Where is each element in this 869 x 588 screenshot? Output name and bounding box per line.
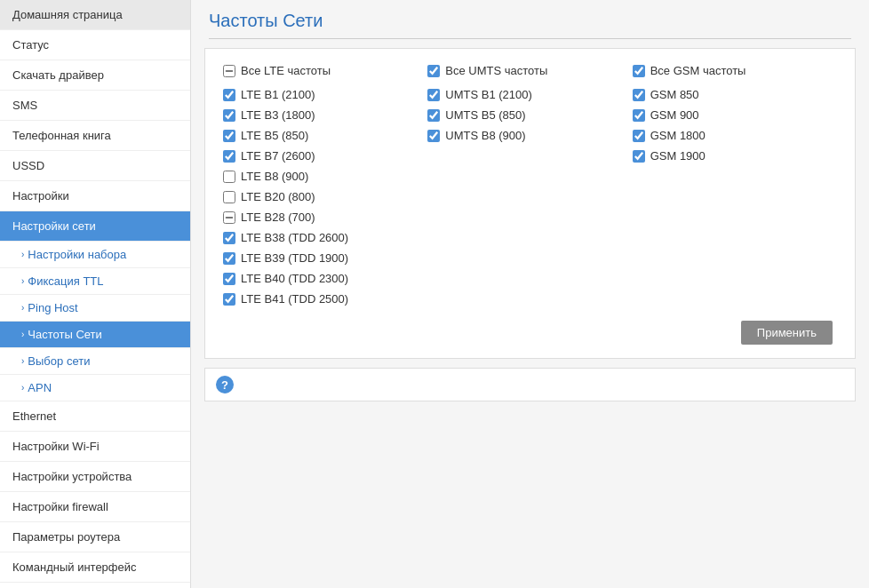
gsm-all-label: Все GSM частоты bbox=[650, 64, 746, 77]
umts-b1-label: UMTS B1 (2100) bbox=[445, 88, 532, 101]
chevron-right-icon: › bbox=[21, 250, 24, 259]
umts-b1-item: UMTS B1 (2100) bbox=[427, 86, 632, 103]
main-content: Частоты Сети Все LTE частоты LTE B1 (210… bbox=[191, 0, 869, 588]
chevron-right-icon: › bbox=[21, 330, 24, 339]
lte-b28-item: LTE B28 (700) bbox=[223, 209, 427, 226]
sidebar-item-cmd-interface[interactable]: Командный интерфейс bbox=[0, 552, 190, 583]
gsm-header-item: Все GSM частоты bbox=[633, 62, 837, 79]
gsm-1900-item: GSM 1900 bbox=[633, 147, 837, 164]
sidebar-item-device-settings[interactable]: Настройки устройства bbox=[0, 462, 190, 492]
lte-b28-checkbox[interactable] bbox=[223, 211, 235, 224]
sidebar-item-firewall[interactable]: Настройки firewall bbox=[0, 492, 190, 522]
chevron-right-icon: › bbox=[21, 356, 24, 366]
lte-b3-item: LTE B3 (1800) bbox=[223, 107, 427, 123]
gsm-1900-label: GSM 1900 bbox=[650, 149, 706, 163]
lte-b39-checkbox[interactable] bbox=[223, 252, 235, 265]
lte-b39-item: LTE B39 (TDD 1900) bbox=[223, 250, 427, 266]
lte-b1-checkbox[interactable] bbox=[223, 89, 235, 101]
gsm-column: Все GSM частоты GSM 850 GSM 900 GSM 1800… bbox=[633, 62, 837, 307]
umts-b5-item: UMTS B5 (850) bbox=[427, 107, 632, 123]
page-title: Частоты Сети bbox=[209, 11, 851, 39]
lte-b41-item: LTE B41 (TDD 2500) bbox=[223, 290, 427, 307]
lte-b8-label: LTE B8 (900) bbox=[241, 170, 308, 183]
sidebar-item-download-driver[interactable]: Скачать драйвер bbox=[0, 60, 190, 91]
apply-row: Применить bbox=[223, 321, 837, 345]
lte-b3-checkbox[interactable] bbox=[223, 109, 235, 122]
lte-b40-checkbox[interactable] bbox=[223, 273, 235, 285]
sidebar-item-sms[interactable]: SMS bbox=[0, 91, 190, 121]
lte-header-item: Все LTE частоты bbox=[223, 62, 427, 79]
sidebar-item-terminal[interactable]: Терминал bbox=[0, 583, 190, 588]
freq-grid: Все LTE частоты LTE B1 (2100) LTE B3 (18… bbox=[223, 62, 837, 307]
lte-b41-label: LTE B41 (TDD 2500) bbox=[241, 292, 348, 306]
gsm-1800-label: GSM 1800 bbox=[650, 129, 706, 142]
umts-column: Все UMTS частоты UMTS B1 (2100) UMTS B5 … bbox=[427, 62, 632, 307]
sidebar-item-settings[interactable]: Настройки bbox=[0, 181, 190, 211]
umts-b5-label: UMTS B5 (850) bbox=[445, 108, 525, 122]
lte-column: Все LTE частоты LTE B1 (2100) LTE B3 (18… bbox=[223, 62, 427, 307]
gsm-all-checkbox[interactable] bbox=[633, 65, 645, 77]
umts-b1-checkbox[interactable] bbox=[427, 89, 440, 101]
chevron-right-icon: › bbox=[21, 303, 24, 313]
lte-b1-item: LTE B1 (2100) bbox=[223, 86, 427, 103]
lte-b40-label: LTE B40 (TDD 2300) bbox=[241, 272, 348, 285]
sidebar-sub-freq-network[interactable]: › Частоты Сети bbox=[0, 322, 190, 348]
lte-b20-label: LTE B20 (800) bbox=[241, 190, 315, 203]
sidebar-item-ethernet[interactable]: Ethernet bbox=[0, 401, 190, 432]
sidebar-sub-ttl-fix[interactable]: › Фиксация TTL bbox=[0, 268, 190, 295]
lte-b20-checkbox[interactable] bbox=[223, 191, 235, 203]
gsm-1800-checkbox[interactable] bbox=[633, 130, 645, 142]
umts-b8-label: UMTS B8 (900) bbox=[445, 129, 525, 142]
lte-b8-item: LTE B8 (900) bbox=[223, 168, 427, 185]
lte-b41-checkbox[interactable] bbox=[223, 293, 235, 306]
lte-b1-label: LTE B1 (2100) bbox=[241, 88, 315, 101]
gsm-850-label: GSM 850 bbox=[650, 88, 699, 101]
sidebar-item-wifi-settings[interactable]: Настройки Wi-Fi bbox=[0, 432, 190, 462]
umts-header-item: Все UMTS частоты bbox=[427, 62, 632, 79]
lte-b5-label: LTE B5 (850) bbox=[241, 129, 308, 142]
lte-b8-checkbox[interactable] bbox=[223, 171, 235, 183]
sidebar-item-network-settings[interactable]: Настройки сети bbox=[0, 211, 190, 242]
sidebar-sub-dial-settings[interactable]: › Настройки набора bbox=[0, 242, 190, 268]
chevron-right-icon: › bbox=[21, 276, 24, 286]
sidebar: Домашняя страница Статус Скачать драйвер… bbox=[0, 0, 191, 588]
lte-b39-label: LTE B39 (TDD 1900) bbox=[241, 251, 348, 265]
gsm-850-item: GSM 850 bbox=[633, 86, 837, 103]
lte-b5-checkbox[interactable] bbox=[223, 130, 235, 142]
lte-b7-checkbox[interactable] bbox=[223, 150, 235, 163]
sidebar-item-ussd[interactable]: USSD bbox=[0, 151, 190, 181]
sidebar-item-home[interactable]: Домашняя страница bbox=[0, 0, 190, 30]
help-row: ? bbox=[204, 368, 856, 401]
chevron-right-icon: › bbox=[21, 383, 24, 393]
lte-all-checkbox[interactable] bbox=[223, 65, 235, 77]
sidebar-item-status[interactable]: Статус bbox=[0, 30, 190, 60]
sidebar-sub-ping-host[interactable]: › Ping Host bbox=[0, 295, 190, 322]
lte-b38-item: LTE B38 (TDD 2600) bbox=[223, 229, 427, 246]
umts-b8-checkbox[interactable] bbox=[427, 130, 440, 142]
sidebar-item-phonebook[interactable]: Телефонная книга bbox=[0, 121, 190, 151]
umts-all-label: Все UMTS частоты bbox=[445, 64, 547, 77]
gsm-850-checkbox[interactable] bbox=[633, 89, 645, 101]
lte-b20-item: LTE B20 (800) bbox=[223, 188, 427, 205]
umts-all-checkbox[interactable] bbox=[427, 65, 440, 77]
gsm-900-item: GSM 900 bbox=[633, 107, 837, 123]
sidebar-sub-apn[interactable]: › APN bbox=[0, 375, 190, 401]
sidebar-item-router-params[interactable]: Параметры роутера bbox=[0, 522, 190, 552]
lte-all-label: Все LTE частоты bbox=[241, 64, 331, 77]
lte-b40-item: LTE B40 (TDD 2300) bbox=[223, 270, 427, 287]
umts-b8-item: UMTS B8 (900) bbox=[427, 127, 632, 144]
gsm-900-label: GSM 900 bbox=[650, 108, 699, 122]
lte-b7-item: LTE B7 (2600) bbox=[223, 147, 427, 164]
sidebar-sub-network-select[interactable]: › Выбор сети bbox=[0, 348, 190, 375]
gsm-1800-item: GSM 1800 bbox=[633, 127, 837, 144]
gsm-1900-checkbox[interactable] bbox=[633, 150, 645, 163]
apply-button[interactable]: Применить bbox=[741, 321, 833, 345]
umts-b5-checkbox[interactable] bbox=[427, 109, 440, 122]
lte-b5-item: LTE B5 (850) bbox=[223, 127, 427, 144]
page-header: Частоты Сети bbox=[191, 0, 869, 48]
help-icon[interactable]: ? bbox=[216, 376, 234, 393]
lte-b38-checkbox[interactable] bbox=[223, 232, 235, 244]
lte-b3-label: LTE B3 (1800) bbox=[241, 108, 315, 122]
gsm-900-checkbox[interactable] bbox=[633, 109, 645, 122]
lte-b28-label: LTE B28 (700) bbox=[241, 211, 315, 224]
